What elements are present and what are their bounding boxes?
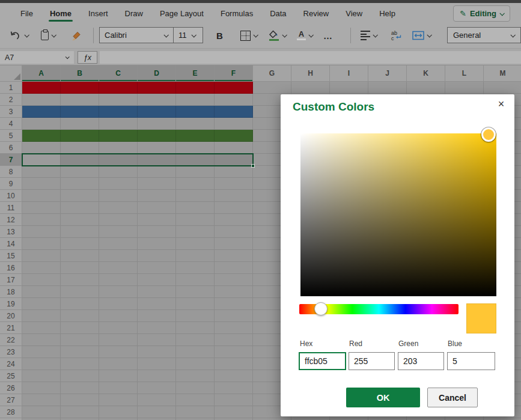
cell-D10[interactable] (138, 190, 176, 202)
cell-E17[interactable] (176, 274, 215, 286)
row-header-6[interactable]: 6 (0, 142, 22, 154)
cell-D16[interactable] (138, 262, 176, 274)
tab-insert[interactable]: Insert (80, 4, 117, 22)
cell-E20[interactable] (176, 310, 215, 322)
row-header-9[interactable]: 9 (0, 178, 22, 190)
row-header-27[interactable]: 27 (0, 394, 22, 406)
cell-E3[interactable] (176, 106, 215, 118)
cell-F10[interactable] (215, 190, 253, 202)
cell-F14[interactable] (215, 238, 253, 250)
cell-E25[interactable] (176, 370, 215, 382)
cell-E24[interactable] (176, 358, 215, 370)
cell-J1[interactable] (368, 82, 407, 94)
cell-G1[interactable] (253, 82, 291, 94)
cell-F4[interactable] (215, 118, 253, 130)
font-color-button[interactable]: A (297, 28, 312, 43)
cell-C20[interactable] (99, 310, 138, 322)
column-header-K[interactable]: K (407, 65, 445, 82)
cell-A18[interactable] (22, 286, 61, 298)
cell-A1[interactable] (22, 82, 61, 94)
cell-E8[interactable] (176, 166, 215, 178)
cell-F21[interactable] (215, 322, 253, 334)
cell-B17[interactable] (61, 274, 99, 286)
cell-F12[interactable] (215, 214, 253, 226)
cell-B19[interactable] (61, 298, 99, 310)
cell-D18[interactable] (138, 286, 176, 298)
row-header-20[interactable]: 20 (0, 310, 22, 322)
cell-D27[interactable] (138, 394, 176, 406)
cell-B28[interactable] (61, 406, 99, 418)
hex-input[interactable] (299, 352, 346, 370)
row-header-19[interactable]: 19 (0, 298, 22, 310)
cell-E6[interactable] (176, 142, 215, 154)
cell-F11[interactable] (215, 202, 253, 214)
insert-function-button[interactable]: ƒx (78, 51, 97, 64)
saturation-value-picker[interactable] (300, 133, 496, 296)
cell-F3[interactable] (215, 106, 253, 118)
cell-B23[interactable] (61, 346, 99, 358)
column-header-E[interactable]: E (176, 65, 215, 82)
cell-E12[interactable] (176, 214, 215, 226)
cell-F9[interactable] (215, 178, 253, 190)
row-header-2[interactable]: 2 (0, 94, 22, 106)
cell-A9[interactable] (22, 178, 61, 190)
cell-D25[interactable] (138, 370, 176, 382)
column-header-L[interactable]: L (445, 65, 484, 82)
cell-M1[interactable] (484, 82, 521, 94)
cell-D23[interactable] (138, 346, 176, 358)
row-header-1[interactable]: 1 (0, 82, 22, 94)
cell-B13[interactable] (61, 226, 99, 238)
column-header-I[interactable]: I (330, 65, 368, 82)
number-format-select[interactable]: General (447, 27, 521, 43)
cell-A7[interactable] (22, 154, 61, 166)
row-header-21[interactable]: 21 (0, 322, 22, 334)
cell-E10[interactable] (176, 190, 215, 202)
cell-C28[interactable] (99, 406, 138, 418)
column-header-B[interactable]: B (61, 65, 99, 82)
cell-A27[interactable] (22, 394, 61, 406)
cell-F18[interactable] (215, 286, 253, 298)
chevron-down-icon[interactable] (253, 32, 258, 37)
more-options-button[interactable]: … (323, 28, 333, 43)
cell-F23[interactable] (215, 346, 253, 358)
row-header-28[interactable]: 28 (0, 406, 22, 418)
cell-F8[interactable] (215, 166, 253, 178)
row-header-7[interactable]: 7 (0, 154, 22, 166)
blue-input[interactable] (447, 352, 495, 370)
cell-E15[interactable] (176, 250, 215, 262)
cell-C26[interactable] (99, 382, 138, 394)
row-header-14[interactable]: 14 (0, 238, 22, 250)
cell-A11[interactable] (22, 202, 61, 214)
select-all-button[interactable] (0, 65, 22, 82)
chevron-down-icon[interactable] (282, 32, 287, 37)
cell-D6[interactable] (138, 142, 176, 154)
cancel-button[interactable]: Cancel (427, 388, 478, 407)
cell-A22[interactable] (22, 334, 61, 346)
row-header-13[interactable]: 13 (0, 226, 22, 238)
cell-B25[interactable] (61, 370, 99, 382)
cell-B1[interactable] (61, 82, 99, 94)
cell-A12[interactable] (22, 214, 61, 226)
cell-B9[interactable] (61, 178, 99, 190)
cell-D24[interactable] (138, 358, 176, 370)
cell-C13[interactable] (99, 226, 138, 238)
cell-C17[interactable] (99, 274, 138, 286)
tab-data[interactable]: Data (261, 4, 294, 22)
tab-draw[interactable]: Draw (117, 4, 151, 22)
cell-A19[interactable] (22, 298, 61, 310)
color-picker-handle[interactable] (481, 127, 496, 142)
cell-E11[interactable] (176, 202, 215, 214)
cell-C15[interactable] (99, 250, 138, 262)
tab-formulas[interactable]: Formulas (212, 4, 261, 22)
cell-D28[interactable] (138, 406, 176, 418)
cell-B22[interactable] (61, 334, 99, 346)
cell-C25[interactable] (99, 370, 138, 382)
row-header-22[interactable]: 22 (0, 334, 22, 346)
cell-F20[interactable] (215, 310, 253, 322)
close-icon[interactable]: × (494, 97, 508, 111)
editing-mode-button[interactable]: ✎ Editing (453, 5, 510, 22)
row-header-10[interactable]: 10 (0, 190, 22, 202)
undo-button[interactable] (10, 28, 28, 43)
row-header-11[interactable]: 11 (0, 202, 22, 214)
cell-A16[interactable] (22, 262, 61, 274)
